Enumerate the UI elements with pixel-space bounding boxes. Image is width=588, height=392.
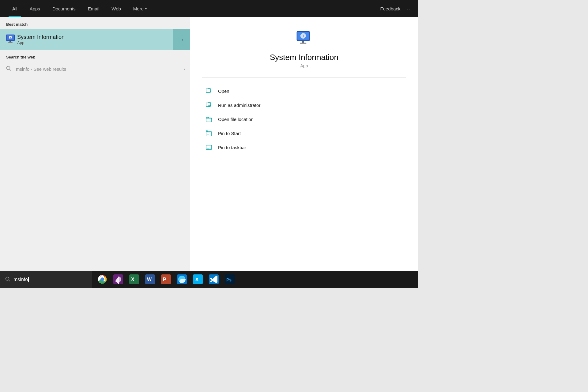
- svg-rect-6: [8, 42, 13, 43]
- system-info-icon-small: i: [5, 33, 17, 46]
- action-open[interactable]: Open: [202, 84, 406, 98]
- folder-icon: [205, 116, 213, 123]
- svg-rect-15: [302, 41, 304, 43]
- taskbar-search-text: msinfo: [13, 277, 29, 282]
- top-nav: All Apps Documents Email Web More ▾ Feed…: [0, 0, 418, 17]
- svg-rect-20: [206, 118, 212, 122]
- nav-tab-web[interactable]: Web: [105, 0, 127, 17]
- action-pin-taskbar-label: Pin to taskbar: [218, 145, 246, 150]
- left-panel: Best match i: [0, 17, 190, 271]
- nav-tab-documents[interactable]: Documents: [46, 0, 82, 17]
- svg-rect-16: [300, 43, 307, 44]
- svg-text:X: X: [131, 277, 134, 282]
- svg-text:W: W: [147, 277, 152, 282]
- action-open-file-location-label: Open file location: [218, 117, 254, 122]
- nav-tab-apps[interactable]: Apps: [24, 0, 46, 17]
- divider: [202, 77, 406, 78]
- action-open-label: Open: [218, 89, 229, 94]
- run-admin-icon: [205, 102, 213, 108]
- pin-start-icon: [205, 130, 213, 137]
- text-cursor: [28, 277, 29, 282]
- svg-rect-17: [206, 89, 210, 92]
- taskbar-edge[interactable]: [175, 271, 189, 288]
- svg-point-29: [6, 277, 9, 280]
- svg-rect-18: [206, 103, 210, 107]
- system-info-icon-large: i: [295, 29, 313, 48]
- action-run-admin[interactable]: Run as administrator: [202, 98, 406, 112]
- taskbar-visual-studio[interactable]: [111, 271, 126, 288]
- taskbar-search-bar[interactable]: msinfo: [0, 271, 92, 288]
- more-options-button[interactable]: ···: [406, 6, 412, 11]
- svg-text:S: S: [195, 277, 198, 282]
- taskbar-vscode[interactable]: [206, 271, 221, 288]
- best-match-subtitle: App: [17, 40, 185, 45]
- nav-tab-all[interactable]: All: [6, 0, 24, 17]
- best-match-item[interactable]: i System Information App →: [0, 29, 190, 50]
- taskbar-skype[interactable]: S: [190, 271, 205, 288]
- svg-text:i: i: [303, 34, 304, 38]
- action-pin-to-start[interactable]: Pin to Start: [202, 126, 406, 140]
- action-pin-to-taskbar[interactable]: Pin to taskbar: [202, 140, 406, 154]
- svg-rect-5: [9, 41, 11, 42]
- best-match-title: System Information: [17, 34, 185, 40]
- taskbar-powerpoint[interactable]: P: [159, 271, 173, 288]
- feedback-button[interactable]: Feedback: [380, 6, 401, 11]
- svg-rect-21: [206, 132, 212, 136]
- best-match-info: System Information App: [17, 34, 185, 45]
- svg-rect-26: [206, 149, 212, 149]
- best-match-label: Best match: [0, 17, 190, 29]
- best-match-arrow[interactable]: →: [173, 29, 190, 50]
- taskbar-search-icon: [5, 276, 10, 283]
- taskbar-chrome[interactable]: [95, 271, 110, 288]
- taskbar-word[interactable]: W: [143, 271, 157, 288]
- svg-text:Ps: Ps: [226, 277, 232, 282]
- action-run-admin-label: Run as administrator: [218, 103, 260, 108]
- taskbar-excel[interactable]: X: [127, 271, 141, 288]
- chevron-down-icon: ▾: [145, 7, 147, 10]
- app-title-large: System Information: [202, 53, 406, 62]
- web-search-item[interactable]: msinfo - See web results ›: [0, 62, 190, 76]
- nav-tab-email[interactable]: Email: [82, 0, 106, 17]
- taskbar-apps: X W P: [92, 271, 240, 288]
- pin-taskbar-icon: [205, 144, 213, 151]
- app-subtitle-large: App: [202, 63, 406, 68]
- nav-tab-more[interactable]: More ▾: [127, 0, 153, 17]
- web-chevron-icon: ›: [183, 66, 185, 71]
- nav-right: Feedback ···: [380, 6, 412, 11]
- search-panel: Best match i: [0, 17, 418, 271]
- taskbar-photoshop[interactable]: Ps: [222, 271, 237, 288]
- svg-point-7: [7, 66, 10, 70]
- right-panel: i System Information App Open: [190, 17, 418, 271]
- action-open-file-location[interactable]: Open file location: [202, 112, 406, 126]
- svg-line-8: [10, 70, 11, 71]
- svg-text:i: i: [10, 36, 11, 39]
- search-web-label: Search the web: [0, 50, 190, 62]
- search-icon: [5, 66, 12, 72]
- svg-point-33: [101, 278, 104, 281]
- svg-text:P: P: [163, 277, 166, 282]
- web-search-text: msinfo - See web results: [16, 66, 66, 72]
- svg-line-30: [9, 280, 10, 281]
- action-pin-start-label: Pin to Start: [218, 131, 241, 136]
- taskbar: msinfo X: [0, 271, 418, 288]
- open-icon: [205, 88, 213, 94]
- nav-tabs: All Apps Documents Email Web More ▾: [6, 0, 380, 17]
